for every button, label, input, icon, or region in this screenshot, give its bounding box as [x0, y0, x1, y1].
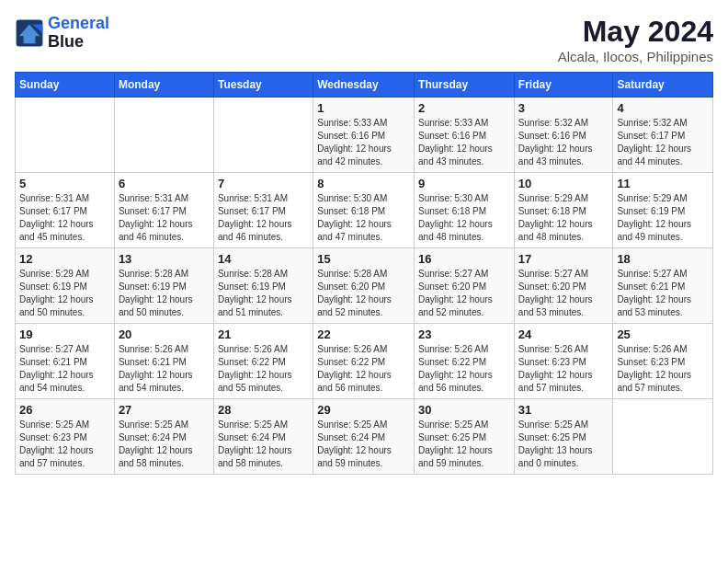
calendar-cell: 28Sunrise: 5:25 AM Sunset: 6:24 PM Dayli… [213, 399, 313, 475]
cell-info: Sunrise: 5:33 AM Sunset: 6:16 PM Dayligh… [418, 117, 510, 168]
calendar-week-row: 19Sunrise: 5:27 AM Sunset: 6:21 PM Dayli… [16, 324, 713, 399]
day-number: 8 [317, 177, 410, 190]
day-number: 15 [317, 252, 410, 266]
day-number: 19 [19, 327, 110, 341]
day-header-thursday: Thursday [415, 73, 515, 98]
calendar-cell: 26Sunrise: 5:25 AM Sunset: 6:23 PM Dayli… [16, 399, 115, 475]
logo-text: General Blue [48, 15, 109, 52]
calendar-header-row: SundayMondayTuesdayWednesdayThursdayFrid… [16, 73, 713, 98]
cell-info: Sunrise: 5:26 AM Sunset: 6:23 PM Dayligh… [518, 343, 609, 395]
calendar-cell: 5Sunrise: 5:31 AM Sunset: 6:17 PM Daylig… [16, 173, 115, 248]
day-number: 13 [119, 252, 210, 266]
calendar-cell: 4Sunrise: 5:32 AM Sunset: 6:17 PM Daylig… [613, 98, 713, 173]
calendar-cell: 12Sunrise: 5:29 AM Sunset: 6:19 PM Dayli… [16, 248, 115, 324]
calendar-cell [613, 399, 713, 475]
day-number: 26 [19, 403, 110, 417]
cell-info: Sunrise: 5:27 AM Sunset: 6:21 PM Dayligh… [19, 343, 110, 395]
day-number: 14 [218, 252, 309, 266]
calendar-cell: 20Sunrise: 5:26 AM Sunset: 6:21 PM Dayli… [114, 324, 213, 399]
day-number: 31 [518, 403, 609, 417]
calendar-cell: 24Sunrise: 5:26 AM Sunset: 6:23 PM Dayli… [514, 324, 613, 399]
calendar-cell [16, 98, 115, 173]
calendar-week-row: 5Sunrise: 5:31 AM Sunset: 6:17 PM Daylig… [16, 173, 713, 248]
day-number: 22 [317, 327, 410, 341]
day-header-friday: Friday [514, 73, 613, 98]
cell-info: Sunrise: 5:25 AM Sunset: 6:24 PM Dayligh… [317, 419, 410, 470]
day-number: 3 [518, 101, 609, 115]
calendar-cell: 29Sunrise: 5:25 AM Sunset: 6:24 PM Dayli… [313, 399, 415, 475]
cell-info: Sunrise: 5:30 AM Sunset: 6:18 PM Dayligh… [418, 192, 510, 244]
calendar-week-row: 1Sunrise: 5:33 AM Sunset: 6:16 PM Daylig… [16, 98, 713, 173]
day-header-saturday: Saturday [613, 73, 713, 98]
cell-info: Sunrise: 5:25 AM Sunset: 6:25 PM Dayligh… [518, 419, 609, 470]
cell-info: Sunrise: 5:26 AM Sunset: 6:21 PM Dayligh… [119, 343, 210, 395]
calendar-cell: 16Sunrise: 5:27 AM Sunset: 6:20 PM Dayli… [415, 248, 515, 324]
calendar-cell: 14Sunrise: 5:28 AM Sunset: 6:19 PM Dayli… [213, 248, 313, 324]
day-number: 11 [617, 177, 709, 190]
cell-info: Sunrise: 5:31 AM Sunset: 6:17 PM Dayligh… [119, 192, 210, 244]
calendar-cell: 11Sunrise: 5:29 AM Sunset: 6:19 PM Dayli… [613, 173, 713, 248]
logo: General Blue [15, 15, 109, 52]
page-header: General Blue May 2024 Alcala, Ilocos, Ph… [15, 15, 713, 64]
month-title: May 2024 [558, 15, 713, 49]
cell-info: Sunrise: 5:29 AM Sunset: 6:19 PM Dayligh… [19, 268, 110, 319]
cell-info: Sunrise: 5:29 AM Sunset: 6:18 PM Dayligh… [518, 192, 609, 244]
calendar-cell: 3Sunrise: 5:32 AM Sunset: 6:16 PM Daylig… [514, 98, 613, 173]
calendar-cell: 17Sunrise: 5:27 AM Sunset: 6:20 PM Dayli… [514, 248, 613, 324]
calendar-cell: 27Sunrise: 5:25 AM Sunset: 6:24 PM Dayli… [114, 399, 213, 475]
cell-info: Sunrise: 5:30 AM Sunset: 6:18 PM Dayligh… [317, 192, 410, 244]
calendar-table: SundayMondayTuesdayWednesdayThursdayFrid… [15, 72, 713, 475]
location-title: Alcala, Ilocos, Philippines [558, 49, 713, 64]
day-number: 27 [119, 403, 210, 417]
day-number: 10 [518, 177, 609, 190]
cell-info: Sunrise: 5:29 AM Sunset: 6:19 PM Dayligh… [617, 192, 709, 244]
cell-info: Sunrise: 5:26 AM Sunset: 6:22 PM Dayligh… [317, 343, 410, 395]
calendar-week-row: 12Sunrise: 5:29 AM Sunset: 6:19 PM Dayli… [16, 248, 713, 324]
calendar-cell: 21Sunrise: 5:26 AM Sunset: 6:22 PM Dayli… [213, 324, 313, 399]
day-number: 25 [617, 327, 709, 341]
calendar-cell: 9Sunrise: 5:30 AM Sunset: 6:18 PM Daylig… [415, 173, 515, 248]
day-number: 12 [19, 252, 110, 266]
calendar-cell: 15Sunrise: 5:28 AM Sunset: 6:20 PM Dayli… [313, 248, 415, 324]
calendar-cell [213, 98, 313, 173]
calendar-cell: 18Sunrise: 5:27 AM Sunset: 6:21 PM Dayli… [613, 248, 713, 324]
cell-info: Sunrise: 5:33 AM Sunset: 6:16 PM Dayligh… [317, 117, 410, 168]
calendar-cell: 23Sunrise: 5:26 AM Sunset: 6:22 PM Dayli… [415, 324, 515, 399]
calendar-body: 1Sunrise: 5:33 AM Sunset: 6:16 PM Daylig… [16, 98, 713, 475]
cell-info: Sunrise: 5:32 AM Sunset: 6:17 PM Dayligh… [617, 117, 709, 168]
calendar-cell: 7Sunrise: 5:31 AM Sunset: 6:17 PM Daylig… [213, 173, 313, 248]
calendar-cell: 13Sunrise: 5:28 AM Sunset: 6:19 PM Dayli… [114, 248, 213, 324]
day-number: 9 [418, 177, 510, 190]
day-number: 23 [418, 327, 510, 341]
cell-info: Sunrise: 5:27 AM Sunset: 6:20 PM Dayligh… [418, 268, 510, 319]
day-header-tuesday: Tuesday [213, 73, 313, 98]
cell-info: Sunrise: 5:28 AM Sunset: 6:20 PM Dayligh… [317, 268, 410, 319]
calendar-cell: 10Sunrise: 5:29 AM Sunset: 6:18 PM Dayli… [514, 173, 613, 248]
calendar-cell: 31Sunrise: 5:25 AM Sunset: 6:25 PM Dayli… [514, 399, 613, 475]
day-number: 29 [317, 403, 410, 417]
cell-info: Sunrise: 5:26 AM Sunset: 6:23 PM Dayligh… [617, 343, 709, 395]
calendar-cell [114, 98, 213, 173]
day-number: 1 [317, 101, 410, 115]
day-number: 16 [418, 252, 510, 266]
calendar-cell: 25Sunrise: 5:26 AM Sunset: 6:23 PM Dayli… [613, 324, 713, 399]
calendar-week-row: 26Sunrise: 5:25 AM Sunset: 6:23 PM Dayli… [16, 399, 713, 475]
title-area: May 2024 Alcala, Ilocos, Philippines [558, 15, 713, 64]
calendar-cell: 1Sunrise: 5:33 AM Sunset: 6:16 PM Daylig… [313, 98, 415, 173]
logo-icon [15, 18, 44, 48]
day-number: 21 [218, 327, 309, 341]
cell-info: Sunrise: 5:26 AM Sunset: 6:22 PM Dayligh… [418, 343, 510, 395]
cell-info: Sunrise: 5:25 AM Sunset: 6:24 PM Dayligh… [218, 419, 309, 470]
cell-info: Sunrise: 5:27 AM Sunset: 6:20 PM Dayligh… [518, 268, 609, 319]
day-header-wednesday: Wednesday [313, 73, 415, 98]
cell-info: Sunrise: 5:31 AM Sunset: 6:17 PM Dayligh… [19, 192, 110, 244]
day-header-monday: Monday [114, 73, 213, 98]
calendar-cell: 8Sunrise: 5:30 AM Sunset: 6:18 PM Daylig… [313, 173, 415, 248]
day-number: 4 [617, 101, 709, 115]
calendar-cell: 2Sunrise: 5:33 AM Sunset: 6:16 PM Daylig… [415, 98, 515, 173]
cell-info: Sunrise: 5:25 AM Sunset: 6:23 PM Dayligh… [19, 419, 110, 470]
day-number: 2 [418, 101, 510, 115]
day-number: 28 [218, 403, 309, 417]
cell-info: Sunrise: 5:32 AM Sunset: 6:16 PM Dayligh… [518, 117, 609, 168]
day-number: 6 [119, 177, 210, 190]
